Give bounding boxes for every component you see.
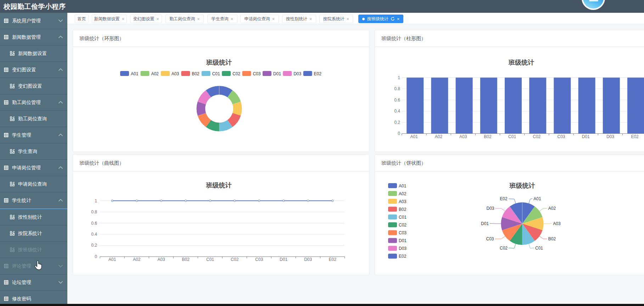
- svg-text:A01: A01: [399, 183, 407, 188]
- svg-text:B02: B02: [484, 134, 492, 139]
- svg-text:1: 1: [398, 75, 400, 80]
- svg-text:A03: A03: [553, 221, 561, 226]
- svg-text:C03: C03: [557, 134, 565, 139]
- svg-text:0.2: 0.2: [91, 243, 97, 248]
- svg-text:C01: C01: [399, 214, 407, 219]
- svg-text:C01: C01: [535, 245, 543, 250]
- svg-text:D01: D01: [481, 221, 489, 226]
- svg-text:A03: A03: [172, 71, 179, 76]
- svg-text:A01: A01: [108, 257, 116, 262]
- svg-text:A01: A01: [533, 196, 541, 201]
- svg-text:A01: A01: [410, 134, 418, 139]
- svg-text:0.6: 0.6: [394, 98, 400, 103]
- svg-text:D01: D01: [582, 134, 590, 139]
- svg-text:B02: B02: [182, 257, 190, 262]
- svg-text:A02: A02: [399, 191, 407, 196]
- svg-text:B02: B02: [548, 236, 556, 241]
- svg-text:0: 0: [95, 254, 97, 259]
- svg-text:C02: C02: [233, 71, 240, 76]
- svg-text:C02: C02: [500, 245, 508, 250]
- svg-text:D03: D03: [606, 134, 614, 139]
- svg-text:0.6: 0.6: [91, 220, 97, 225]
- svg-text:A02: A02: [435, 134, 443, 139]
- svg-text:0.4: 0.4: [91, 232, 97, 237]
- svg-text:班级统计: 班级统计: [508, 59, 534, 66]
- svg-text:A03: A03: [459, 134, 467, 139]
- svg-text:班级统计: 班级统计: [509, 182, 535, 189]
- svg-text:A03: A03: [399, 199, 407, 204]
- svg-text:A02: A02: [133, 257, 141, 262]
- svg-text:D01: D01: [273, 71, 281, 76]
- svg-text:E02: E02: [329, 257, 337, 262]
- svg-text:B02: B02: [192, 71, 200, 76]
- svg-text:0.2: 0.2: [394, 120, 400, 125]
- svg-text:0.8: 0.8: [394, 86, 400, 91]
- svg-text:A02: A02: [548, 206, 556, 211]
- svg-text:C03: C03: [399, 230, 407, 235]
- svg-text:B02: B02: [399, 207, 407, 212]
- svg-text:C03: C03: [253, 71, 261, 76]
- svg-text:D01: D01: [399, 238, 407, 243]
- svg-text:C02: C02: [231, 257, 239, 262]
- svg-text:C01: C01: [508, 134, 516, 139]
- svg-text:E02: E02: [631, 134, 639, 139]
- svg-text:C03: C03: [486, 236, 494, 241]
- svg-text:C01: C01: [212, 71, 220, 76]
- svg-text:A03: A03: [157, 257, 165, 262]
- svg-text:D03: D03: [293, 71, 301, 76]
- svg-text:E02: E02: [314, 71, 322, 76]
- svg-text:D03: D03: [304, 257, 312, 262]
- svg-text:A02: A02: [151, 71, 159, 76]
- svg-text:D03: D03: [399, 246, 407, 251]
- svg-text:C02: C02: [533, 134, 541, 139]
- svg-text:0.4: 0.4: [394, 109, 400, 114]
- svg-text:C03: C03: [255, 257, 263, 262]
- svg-text:1: 1: [95, 198, 97, 203]
- svg-text:C01: C01: [206, 257, 214, 262]
- svg-text:D01: D01: [280, 257, 287, 262]
- svg-text:A01: A01: [131, 71, 139, 76]
- svg-text:D03: D03: [486, 206, 494, 211]
- svg-text:C02: C02: [399, 222, 407, 227]
- svg-text:班级统计: 班级统计: [206, 182, 232, 189]
- svg-text:E02: E02: [399, 254, 407, 259]
- svg-text:班级统计: 班级统计: [206, 59, 232, 66]
- svg-text:E02: E02: [500, 196, 508, 201]
- svg-text:0: 0: [398, 131, 400, 136]
- svg-text:0.8: 0.8: [91, 209, 97, 214]
